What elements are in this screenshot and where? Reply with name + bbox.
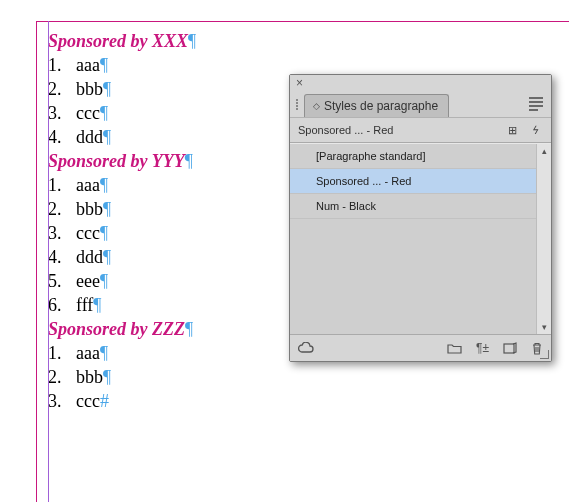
- list-item[interactable]: 3.ccc#: [48, 389, 557, 413]
- panel-filter-row: Sponsored ... - Red ⊞ ϟ: [290, 117, 551, 143]
- tab-label: Styles de paragraphe: [324, 99, 438, 113]
- style-list-item[interactable]: Sponsored ... - Red: [290, 169, 536, 194]
- new-group-icon[interactable]: [447, 342, 462, 354]
- scrollbar[interactable]: ▴ ▾: [536, 144, 551, 334]
- new-style-boxed-icon[interactable]: ⊞: [503, 122, 521, 138]
- panel-tabbar: ◇ Styles de paragraphe: [290, 91, 551, 117]
- new-style-icon[interactable]: [503, 342, 517, 354]
- cc-libraries-icon[interactable]: [298, 342, 314, 354]
- scroll-up-icon[interactable]: ▴: [542, 144, 547, 158]
- svg-rect-0: [504, 344, 514, 353]
- quick-apply-icon[interactable]: ϟ: [525, 122, 543, 138]
- close-icon[interactable]: ×: [296, 77, 303, 89]
- scroll-down-icon[interactable]: ▾: [542, 320, 547, 334]
- style-list-item[interactable]: Num - Black: [290, 194, 536, 219]
- panel-footer: ¶±: [290, 334, 551, 361]
- current-style-label: Sponsored ... - Red: [298, 124, 393, 136]
- resize-handle-icon[interactable]: [539, 349, 549, 359]
- panel-titlebar[interactable]: ×: [290, 75, 551, 91]
- tab-paragraph-styles[interactable]: ◇ Styles de paragraphe: [304, 94, 449, 117]
- clear-overrides-icon[interactable]: ¶±: [476, 341, 489, 355]
- section-heading[interactable]: Sponsored by XXX¶: [48, 29, 557, 53]
- style-list-item[interactable]: [Paragraphe standard]: [290, 144, 536, 169]
- panel-grip-icon[interactable]: [296, 99, 298, 110]
- paragraph-styles-panel: × ◇ Styles de paragraphe Sponsored ... -…: [289, 74, 552, 362]
- list-item[interactable]: 2.bbb¶: [48, 365, 557, 389]
- panel-expander-icon[interactable]: ◇: [313, 101, 320, 111]
- panel-menu-icon[interactable]: [527, 95, 545, 113]
- styles-list[interactable]: [Paragraphe standard]Sponsored ... - Red…: [290, 144, 536, 334]
